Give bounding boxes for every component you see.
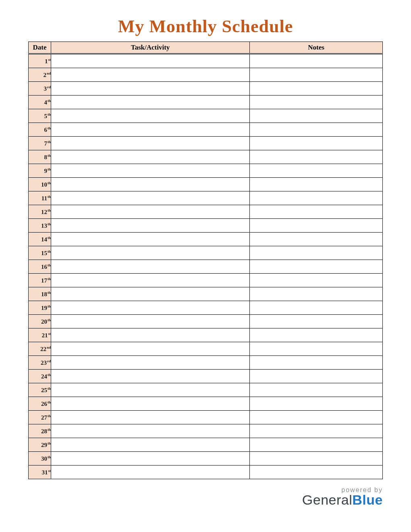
task-input[interactable] bbox=[51, 342, 249, 355]
col-header-notes: Notes bbox=[250, 42, 383, 54]
date-number: 15 bbox=[41, 250, 47, 256]
date-number: 18 bbox=[41, 291, 47, 297]
task-input[interactable] bbox=[51, 82, 249, 95]
task-input[interactable] bbox=[51, 54, 249, 68]
date-number: 17 bbox=[41, 277, 47, 284]
date-ordinal: th bbox=[48, 387, 51, 391]
task-input[interactable] bbox=[51, 383, 249, 397]
notes-input[interactable] bbox=[250, 260, 382, 273]
date-cell: 3rd bbox=[29, 82, 51, 96]
task-input[interactable] bbox=[51, 356, 249, 369]
notes-input[interactable] bbox=[250, 137, 382, 150]
date-cell: 5th bbox=[29, 109, 51, 123]
notes-input[interactable] bbox=[250, 178, 382, 191]
task-input[interactable] bbox=[51, 150, 249, 164]
date-cell: 19th bbox=[29, 301, 51, 315]
date-number: 8 bbox=[44, 154, 47, 160]
task-input[interactable] bbox=[51, 68, 249, 81]
task-input[interactable] bbox=[51, 397, 249, 410]
table-row: 19th bbox=[29, 301, 383, 315]
notes-input[interactable] bbox=[250, 287, 382, 301]
notes-input[interactable] bbox=[250, 246, 382, 260]
table-row: 21st bbox=[29, 328, 383, 342]
date-ordinal: st bbox=[48, 469, 51, 473]
date-number: 11 bbox=[42, 195, 47, 202]
notes-input[interactable] bbox=[250, 466, 382, 479]
date-cell: 9th bbox=[29, 164, 51, 178]
task-input[interactable] bbox=[51, 260, 249, 273]
date-ordinal: th bbox=[48, 400, 51, 404]
notes-input[interactable] bbox=[250, 54, 382, 68]
table-row: 10th bbox=[29, 178, 383, 191]
task-input[interactable] bbox=[51, 233, 249, 246]
date-cell: 22nd bbox=[29, 342, 51, 356]
notes-input[interactable] bbox=[250, 383, 382, 397]
date-ordinal: th bbox=[48, 140, 51, 144]
notes-input[interactable] bbox=[250, 356, 382, 369]
date-number: 3 bbox=[44, 85, 47, 92]
notes-input[interactable] bbox=[250, 370, 382, 383]
task-input[interactable] bbox=[51, 219, 249, 232]
notes-input[interactable] bbox=[250, 82, 382, 95]
task-input[interactable] bbox=[51, 164, 249, 177]
task-input[interactable] bbox=[51, 274, 249, 287]
task-input[interactable] bbox=[51, 328, 249, 342]
task-input[interactable] bbox=[51, 205, 249, 218]
notes-input[interactable] bbox=[250, 301, 382, 314]
notes-input[interactable] bbox=[250, 123, 382, 136]
task-input[interactable] bbox=[51, 246, 249, 260]
task-input[interactable] bbox=[51, 137, 249, 150]
date-number: 1 bbox=[45, 58, 48, 64]
notes-input[interactable] bbox=[250, 233, 382, 246]
table-row: 6th bbox=[29, 123, 383, 137]
date-ordinal: th bbox=[48, 441, 51, 445]
notes-input[interactable] bbox=[250, 164, 382, 177]
date-number: 27 bbox=[41, 414, 47, 421]
date-cell: 27th bbox=[29, 411, 51, 424]
notes-input[interactable] bbox=[250, 397, 382, 410]
notes-input[interactable] bbox=[250, 328, 382, 342]
notes-input[interactable] bbox=[250, 68, 382, 81]
task-input[interactable] bbox=[51, 315, 249, 328]
date-ordinal: th bbox=[48, 291, 51, 295]
task-input[interactable] bbox=[51, 287, 249, 301]
notes-input[interactable] bbox=[250, 274, 382, 287]
notes-input[interactable] bbox=[250, 150, 382, 164]
date-number: 5 bbox=[44, 113, 47, 119]
notes-input[interactable] bbox=[250, 424, 382, 438]
date-ordinal: th bbox=[48, 222, 51, 226]
table-row: 1st bbox=[29, 54, 383, 68]
notes-input[interactable] bbox=[250, 96, 382, 109]
notes-input[interactable] bbox=[250, 315, 382, 328]
task-input[interactable] bbox=[51, 191, 249, 205]
date-cell: 23rd bbox=[29, 356, 51, 370]
date-cell: 28th bbox=[29, 424, 51, 438]
task-input[interactable] bbox=[51, 424, 249, 438]
date-cell: 25th bbox=[29, 383, 51, 397]
date-number: 6 bbox=[44, 127, 47, 133]
notes-input[interactable] bbox=[250, 109, 382, 123]
task-input[interactable] bbox=[51, 178, 249, 191]
notes-input[interactable] bbox=[250, 438, 382, 451]
task-input[interactable] bbox=[51, 109, 249, 123]
notes-input[interactable] bbox=[250, 191, 382, 205]
task-input[interactable] bbox=[51, 96, 249, 109]
task-input[interactable] bbox=[51, 370, 249, 383]
task-input[interactable] bbox=[51, 301, 249, 314]
date-number: 24 bbox=[41, 373, 47, 380]
notes-input[interactable] bbox=[250, 219, 382, 232]
notes-input[interactable] bbox=[250, 452, 382, 465]
task-input[interactable] bbox=[51, 411, 249, 424]
date-cell: 6th bbox=[29, 123, 51, 137]
notes-input[interactable] bbox=[250, 205, 382, 218]
task-input[interactable] bbox=[51, 123, 249, 136]
task-input[interactable] bbox=[51, 452, 249, 465]
date-number: 30 bbox=[41, 455, 47, 462]
date-cell: 18th bbox=[29, 287, 51, 301]
task-input[interactable] bbox=[51, 438, 249, 451]
notes-input[interactable] bbox=[250, 342, 382, 355]
notes-input[interactable] bbox=[250, 411, 382, 424]
date-ordinal: th bbox=[48, 167, 51, 171]
brand-name: GeneralBlue bbox=[302, 492, 383, 508]
task-input[interactable] bbox=[51, 466, 249, 479]
